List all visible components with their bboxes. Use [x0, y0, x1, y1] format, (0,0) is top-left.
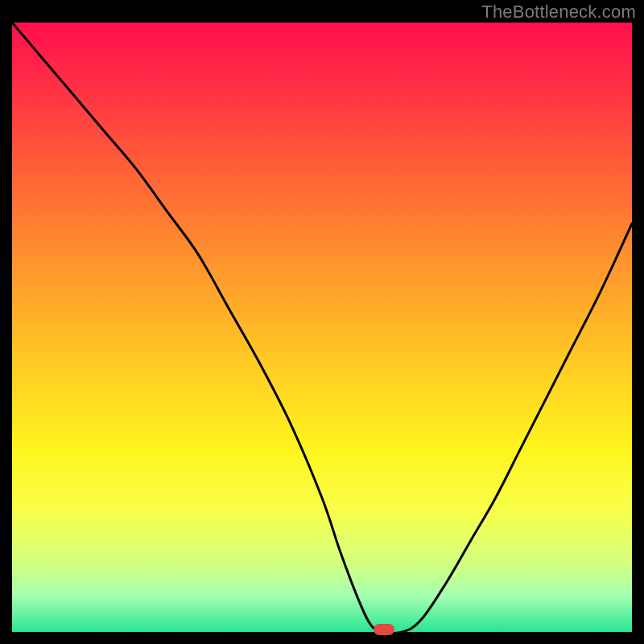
gradient-background [12, 23, 632, 632]
bottleneck-chart [12, 23, 632, 632]
optimum-marker [374, 624, 394, 635]
watermark-label: TheBottleneck.com [481, 2, 636, 23]
chart-frame: TheBottleneck.com [0, 0, 644, 644]
